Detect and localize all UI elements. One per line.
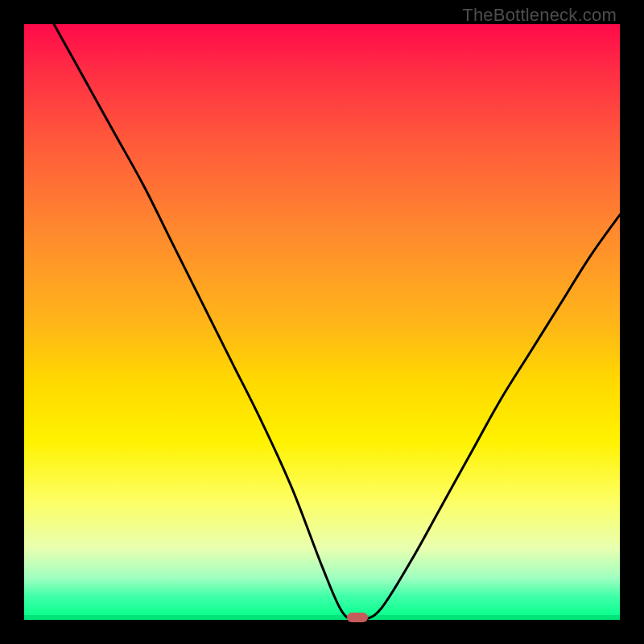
chart-frame: TheBottleneck.com (0, 0, 644, 644)
curve-path (54, 24, 620, 620)
bottleneck-curve (24, 24, 620, 620)
plot-area (24, 24, 620, 620)
watermark-label: TheBottleneck.com (462, 5, 617, 26)
minimum-marker (347, 613, 368, 622)
